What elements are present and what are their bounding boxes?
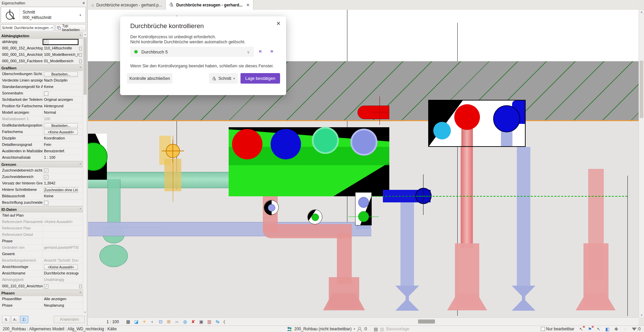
red-pipe-circle[interactable] <box>232 129 262 159</box>
lavender-column-right[interactable] <box>517 147 530 286</box>
prop-row-position-für-farbschema[interactable]: Position für FarbschemaHintergrund <box>0 103 83 110</box>
properties-scrollbar[interactable]: ▲ ▼ <box>83 32 87 314</box>
prop-row-ausblenden-in-maßstäbe[interactable]: Ausblenden in Maßstäbe...Benutzerdef. <box>0 148 83 155</box>
prop-value[interactable]: Hintergrund <box>43 103 78 109</box>
prop-value[interactable]: Normal <box>43 110 78 116</box>
prop-value[interactable]: <Keine Auswahl> <box>43 219 78 225</box>
prop-row-000-110-010-ansichtsna[interactable]: 000_110_010_Ansichtsna...✓ <box>0 283 83 290</box>
prop-row-detaillierungsgrad[interactable]: DetaillierungsgradFein <box>0 142 83 148</box>
blue-pipe-circle-2[interactable] <box>493 105 520 132</box>
prop-button-hintere-schnittebene[interactable]: Zuschneiden ohne Linie <box>44 187 78 193</box>
prop-row-referenziert-detail[interactable]: Referenziert Detail <box>0 232 83 238</box>
detail-level-icon[interactable]: ▦ <box>124 318 132 325</box>
prop-value[interactable]: <Keine Auswahl> <box>43 264 78 270</box>
prop-row-maßstabswert-1[interactable]: Maßstabswert 1:100 <box>0 116 83 123</box>
prop-value[interactable] <box>43 251 78 257</box>
prop-row-000-000-151-ansichtstyp[interactable]: 000_000_151_Ansichtstyp100_Modellbereich… <box>0 52 83 58</box>
prop-row-referenziert-plansammlu[interactable]: Referenziert Plansammlu...<Keine Auswahl… <box>0 219 83 225</box>
prop-row-grafikdarstellungsoption[interactable]: Grafikdarstellungsoption...Bearbeiten... <box>0 123 83 129</box>
collapse-icon[interactable]: ⌃ <box>79 291 82 295</box>
displaced-elements-icon[interactable]: ↹ <box>213 318 222 325</box>
collapse-icon[interactable]: ⌃ <box>79 66 82 70</box>
teal-fitting-lower[interactable] <box>99 245 128 267</box>
exclude-pinned-icon[interactable]: ⚑✕ <box>586 327 593 332</box>
collapse-icon[interactable]: ⌃ <box>79 163 82 167</box>
prop-value[interactable]: Fein <box>43 142 78 148</box>
prop-row-verdeckte-linien-anzeigen[interactable]: Verdeckte Linien anzeigenNach Disziplin <box>0 78 83 84</box>
prop-value[interactable]: 100 <box>43 116 78 122</box>
prop-row-farbschema[interactable]: Farbschema<Keine Auswahl> <box>0 129 83 135</box>
green-opening-rect[interactable] <box>229 127 389 196</box>
prop-value[interactable] <box>43 225 78 231</box>
tab-durchbrueche-1[interactable]: ⌂ Durchbrüche erzeugen - gerhard.p... <box>88 0 166 10</box>
vertical-scrollbar-thumb[interactable] <box>640 61 643 118</box>
scroll-down-icon[interactable]: ▼ <box>640 314 643 317</box>
main-model-icon[interactable]: ▤ <box>380 327 384 332</box>
type-selector[interactable]: Schnitt 000_Hilfsschnitt ▾ <box>1 7 86 23</box>
prop-row-modell-anzeigen[interactable]: Modell anzeigenNormal <box>0 110 83 116</box>
prop-value[interactable]: Alle anzeigen <box>43 296 78 302</box>
prop-value[interactable]: Benutzerdef. <box>43 148 78 154</box>
show-crop-region-icon[interactable]: ⊞ <box>165 318 173 325</box>
chevron-down-icon[interactable]: ▾ <box>353 327 355 331</box>
prop-value[interactable]: Zuschneiden ohne Linie <box>43 187 78 193</box>
prop-row-gewerk[interactable]: Gewerk <box>0 251 83 258</box>
marker-circle-lavender[interactable] <box>264 200 279 215</box>
prop-value[interactable]: gerhard.pawlat4PT58 <box>43 245 78 251</box>
lavender-column-left[interactable] <box>400 202 414 286</box>
section-header-abhängigkeiten[interactable]: Abhängigkeiten⌃ <box>0 32 83 39</box>
prev-durchbruch-button[interactable]: « <box>259 48 262 54</box>
collapse-icon[interactable]: ⌃ <box>79 34 82 38</box>
scroll-up-icon[interactable]: ▲ <box>640 10 643 14</box>
prop-row-ansichtsvorlage[interactable]: Ansichtsvorlage<Keine Auswahl> <box>0 264 83 270</box>
section-header-id-daten[interactable]: ID-Daten⌃ <box>0 206 83 213</box>
prop-row-ansichtsname[interactable]: AnsichtsnameDurchbrüche erzeugen - ... <box>0 270 83 277</box>
salmon-column-mid[interactable] <box>461 147 473 248</box>
associate-param-button[interactable] <box>78 58 83 64</box>
drag-elements-icon[interactable]: ✥ <box>613 327 620 332</box>
teal-pipe-circle[interactable] <box>312 127 339 154</box>
durchbruch-dropdown[interactable]: Durchbruch 5 ∨ <box>130 47 254 57</box>
tab-close-icon[interactable]: ✕ <box>246 3 250 7</box>
visual-style-icon[interactable]: ◪ <box>132 318 140 325</box>
prop-value[interactable]: Neuplanung <box>43 303 78 309</box>
prop-value[interactable] <box>43 200 78 206</box>
hscroll-left-icon[interactable]: ❮ <box>223 320 226 324</box>
confirm-position-button[interactable]: Lage bestätigen <box>240 73 280 84</box>
prop-row-versatz-der-hinteren-gre[interactable]: Versatz der hinteren Gre...1,3942 <box>0 180 83 187</box>
prop-row-zuschneidebereich[interactable]: Zuschneidebereich✓ <box>0 174 83 180</box>
prop-row-bearbeitungsbereich[interactable]: BearbeitungsbereichAnsicht "Schnitt: Dur… <box>0 258 83 264</box>
selection-box-icon[interactable]: ▣ <box>197 318 205 325</box>
prop-row-phasenfilter[interactable]: PhasenfilterAlle anzeigen <box>0 296 83 303</box>
section-view-button[interactable]: Schnitt ▾ <box>209 73 238 84</box>
prop-value[interactable]: 01_Modellbereich <box>43 58 78 64</box>
only-editable-checkbox[interactable]: Nur bearbeitbar <box>541 327 574 331</box>
prop-row-phase[interactable]: PhaseNeuplanung <box>0 303 83 309</box>
prop-value[interactable]: Unabhängig <box>43 277 78 283</box>
prop-value[interactable] <box>43 90 78 96</box>
selection-filter[interactable]: :0 <box>632 327 641 331</box>
checkbox-icon[interactable]: ✓ <box>44 169 48 173</box>
prop-row-sichtbarkeit-der-teilelem[interactable]: Sichtbarkeit der Teilelem...Original anz… <box>0 97 83 103</box>
prop-button-überschreibungen-sicht[interactable]: Bearbeiten... <box>44 72 78 77</box>
checkbox-icon[interactable]: ✓ <box>44 175 48 179</box>
prop-button-farbschema[interactable]: <Keine Auswahl> <box>44 130 78 135</box>
dialog-close-icon[interactable]: ✕ <box>276 20 281 27</box>
design-options-icon[interactable]: ▤ <box>374 327 378 332</box>
prop-value[interactable] <box>43 232 78 238</box>
prop-button-ansichtsvorlage[interactable]: <Keine Auswahl> <box>44 265 78 270</box>
opening-window-left[interactable] <box>88 134 107 180</box>
apply-button[interactable]: Anwenden <box>54 316 85 323</box>
view-filter-combo[interactable]: Schnitt: Durchbrüche erzeugen - ▾ <box>1 24 54 31</box>
prop-value[interactable]: ✓ <box>43 174 78 180</box>
prop-row-ansichtsmaßstab[interactable]: Ansichtsmaßstab1 : 100 <box>0 155 83 161</box>
properties-scrollbar-thumb[interactable] <box>84 37 87 95</box>
prop-value[interactable]: 100_Modellbereich_Koor... <box>43 52 78 58</box>
prop-value[interactable]: 1,3942 <box>43 180 78 186</box>
marker-circle-green[interactable] <box>307 209 322 224</box>
associate-param-button[interactable] <box>78 52 83 58</box>
prop-value[interactable]: Keine <box>43 84 78 90</box>
prop-value[interactable]: Keine <box>43 193 78 199</box>
horizontal-scrollbar[interactable] <box>227 319 638 324</box>
reveal-hidden-elements-icon[interactable]: ∞ <box>173 318 181 325</box>
